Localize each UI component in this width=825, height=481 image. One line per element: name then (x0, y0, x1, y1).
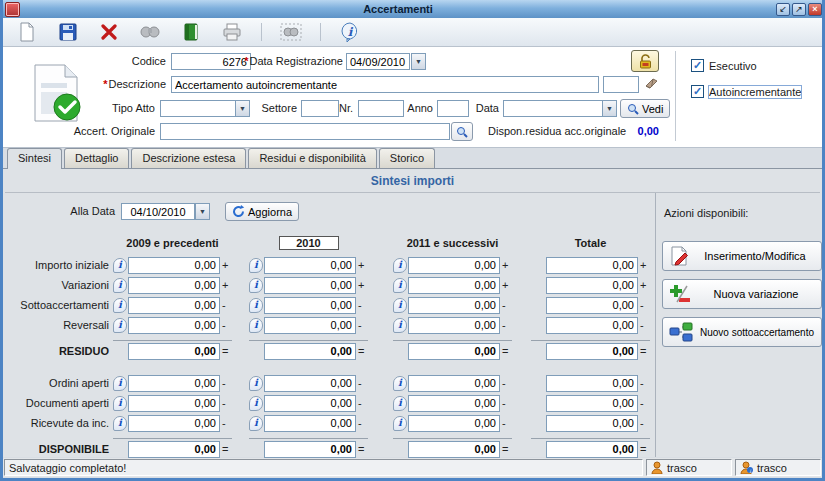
autoincrementante-checkbox[interactable]: ✓ Autoincrementante (691, 85, 801, 98)
info-icon[interactable]: i (249, 416, 263, 431)
accert-originale-search-button[interactable] (451, 122, 473, 141)
tab-residui-disponibilita[interactable]: Residui e disponibilità (248, 148, 376, 168)
info-icon[interactable]: i (393, 298, 407, 313)
info-icon[interactable]: i (393, 396, 407, 411)
amount-field[interactable] (128, 297, 220, 314)
titlebar[interactable]: Accertamenti ↙ ↗ × (0, 0, 825, 18)
amount-cell-totale: i = (531, 441, 650, 458)
amount-field[interactable] (546, 297, 638, 314)
amount-field[interactable] (408, 415, 500, 432)
archive-icon[interactable] (179, 21, 203, 43)
info-icon[interactable]: i (113, 278, 127, 293)
nuova-variazione-button[interactable]: Nuova variazione (662, 279, 822, 309)
data-registrazione-dropdown[interactable]: ▼ (411, 53, 426, 70)
info-icon[interactable]: i (249, 278, 263, 293)
amount-field[interactable] (546, 317, 638, 334)
amount-field[interactable] (128, 343, 220, 360)
info-icon[interactable]: i (249, 396, 263, 411)
amount-field[interactable] (264, 441, 356, 458)
amount-field[interactable] (264, 415, 356, 432)
info-icon[interactable]: i (113, 318, 127, 333)
inserimento-modifica-button[interactable]: Inserimento/Modifica (662, 241, 822, 271)
amount-field[interactable] (128, 441, 220, 458)
amount-field[interactable] (408, 277, 500, 294)
lock-icon[interactable] (631, 50, 659, 72)
tipo-atto-dropdown[interactable]: ▼ (235, 100, 250, 117)
maximize-button[interactable]: ↗ (792, 3, 806, 16)
checkbox-check-icon[interactable]: ✓ (691, 59, 704, 72)
amount-field[interactable] (546, 395, 638, 412)
info-icon[interactable]: i (249, 318, 263, 333)
esecutivo-checkbox[interactable]: ✓ Esecutivo (691, 59, 757, 72)
tab-storico[interactable]: Storico (379, 148, 435, 168)
nuovo-sottoaccertamento-button[interactable]: Nuovo sottoaccertamento (662, 317, 822, 347)
amount-field[interactable] (264, 277, 356, 294)
amount-field[interactable] (546, 277, 638, 294)
accert-originale-field[interactable] (160, 123, 450, 140)
data-dropdown[interactable]: ▼ (602, 100, 617, 117)
delete-icon[interactable] (97, 21, 121, 43)
save-icon[interactable] (56, 21, 80, 43)
amount-field[interactable] (128, 277, 220, 294)
amount-field[interactable] (128, 375, 220, 392)
amount-field[interactable] (546, 343, 638, 360)
amount-field[interactable] (128, 317, 220, 334)
amount-field[interactable] (408, 257, 500, 274)
amount-field[interactable] (264, 375, 356, 392)
info-icon[interactable]: i (393, 318, 407, 333)
alla-data-dropdown[interactable]: ▼ (195, 203, 210, 220)
amount-field[interactable] (264, 395, 356, 412)
search-linked-icon[interactable] (279, 21, 303, 43)
tab-dettaglio[interactable]: Dettaglio (64, 148, 129, 168)
amount-field[interactable] (264, 297, 356, 314)
amount-field[interactable] (408, 395, 500, 412)
descrizione-extra-field[interactable] (603, 76, 639, 93)
print-icon[interactable] (220, 21, 244, 43)
anno-field[interactable] (437, 100, 469, 117)
close-button[interactable]: × (808, 3, 822, 16)
descrizione-field[interactable] (171, 76, 599, 93)
vedi-button[interactable]: Vedi (620, 99, 670, 118)
info-icon[interactable]: i (393, 258, 407, 273)
amount-field[interactable] (408, 317, 500, 334)
minimize-button[interactable]: ↙ (776, 3, 790, 16)
notes-book-icon[interactable] (644, 76, 659, 91)
amount-field[interactable] (408, 375, 500, 392)
amount-field[interactable] (264, 343, 356, 360)
info-icon[interactable]: i (393, 278, 407, 293)
tipo-atto-field[interactable] (160, 100, 236, 117)
alla-data-field[interactable] (121, 203, 195, 220)
info-icon[interactable]: i (113, 416, 127, 431)
info-icon[interactable]: i (113, 258, 127, 273)
amount-field[interactable] (546, 441, 638, 458)
amount-field[interactable] (128, 395, 220, 412)
info-icon[interactable]: i (249, 258, 263, 273)
amount-field[interactable] (264, 257, 356, 274)
amount-field[interactable] (546, 415, 638, 432)
amount-field[interactable] (408, 441, 500, 458)
info-icon[interactable]: i (338, 21, 362, 43)
amount-field[interactable] (408, 343, 500, 360)
info-icon[interactable]: i (249, 298, 263, 313)
info-icon[interactable]: i (113, 396, 127, 411)
amount-field[interactable] (264, 317, 356, 334)
amount-field[interactable] (546, 257, 638, 274)
amount-field[interactable] (546, 375, 638, 392)
checkbox-check-icon[interactable]: ✓ (691, 85, 704, 98)
data-registrazione-field[interactable] (346, 53, 410, 70)
info-icon[interactable]: i (393, 416, 407, 431)
info-icon[interactable]: i (113, 298, 127, 313)
amount-field[interactable] (128, 415, 220, 432)
amount-field[interactable] (408, 297, 500, 314)
nr-field[interactable] (358, 100, 404, 117)
aggiorna-button[interactable]: Aggiorna (225, 202, 299, 221)
info-icon[interactable]: i (113, 376, 127, 391)
data-field[interactable] (503, 100, 603, 117)
new-document-icon[interactable] (15, 21, 39, 43)
info-icon[interactable]: i (393, 376, 407, 391)
amount-field[interactable] (128, 257, 220, 274)
search-icon[interactable] (138, 21, 162, 43)
tab-descrizione-estesa[interactable]: Descrizione estesa (131, 148, 246, 168)
tab-sintesi[interactable]: Sintesi (7, 148, 62, 169)
info-icon[interactable]: i (249, 376, 263, 391)
